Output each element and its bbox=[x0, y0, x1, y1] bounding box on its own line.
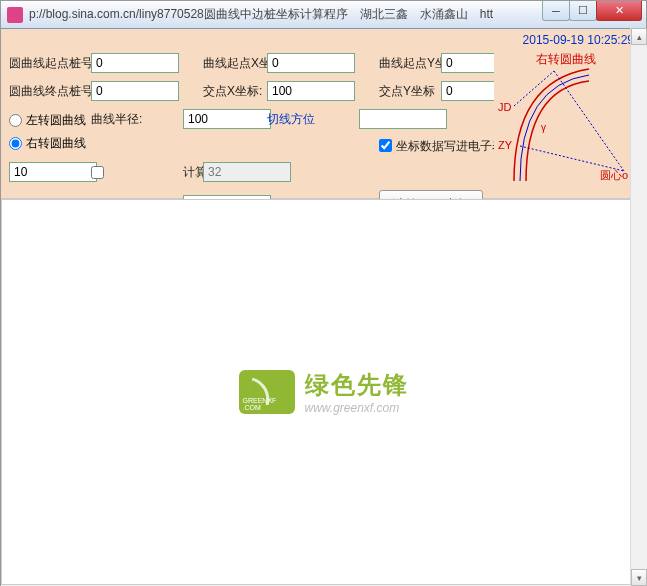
watermark-badge bbox=[239, 370, 295, 414]
watermark-en: www.greenxf.com bbox=[305, 401, 409, 415]
diagram-jd: JD bbox=[498, 101, 512, 113]
input-curve-start-y[interactable] bbox=[441, 53, 499, 73]
input-end-stake[interactable] bbox=[91, 81, 179, 101]
turn-radio-group: 左转圆曲线 右转圆曲线 bbox=[9, 112, 89, 152]
watermark: 绿色先锋 www.greenxf.com bbox=[239, 369, 409, 415]
checkbox-calc-single[interactable] bbox=[91, 166, 104, 179]
label-left-turn: 左转圆曲线 bbox=[26, 112, 86, 129]
input-intersect-x[interactable] bbox=[267, 81, 355, 101]
timestamp: 2015-09-19 10:25:29 bbox=[523, 33, 634, 47]
watermark-text: 绿色先锋 www.greenxf.com bbox=[305, 369, 409, 415]
input-curve-start-x[interactable] bbox=[267, 53, 355, 73]
input-tangent-dir[interactable] bbox=[359, 109, 447, 129]
app-icon bbox=[7, 7, 23, 23]
svg-text:γ: γ bbox=[541, 122, 546, 133]
scroll-down-arrow[interactable]: ▾ bbox=[631, 569, 647, 586]
maximize-button[interactable]: ☐ bbox=[569, 1, 597, 21]
diagram-center: 圆心o bbox=[600, 169, 628, 181]
radio-right-turn-item[interactable]: 右转圆曲线 bbox=[9, 135, 89, 152]
label-end-stake: 圆曲线终点桩号: bbox=[9, 83, 89, 100]
label-tangent-dir: 切线方位 bbox=[267, 111, 357, 128]
checkbox-write-excel[interactable] bbox=[379, 139, 392, 152]
input-radius[interactable] bbox=[183, 109, 271, 129]
diagram-svg: 右转圆曲线 JD ZY 圆心o γ bbox=[494, 51, 638, 191]
title-bar: p://blog.sina.com.cn/liny8770528圆曲线中边桩坐标… bbox=[1, 1, 646, 29]
vertical-scrollbar[interactable]: ▴ ▾ bbox=[630, 28, 647, 586]
label-calc-single: 计算单个里程坐标 bbox=[183, 167, 201, 178]
scroll-up-arrow[interactable]: ▴ bbox=[631, 28, 647, 45]
svg-line-2 bbox=[554, 71, 624, 171]
watermark-cn: 绿色先锋 bbox=[305, 369, 409, 401]
input-start-stake[interactable] bbox=[91, 53, 179, 73]
label-start-stake: 圆曲线起点桩号: bbox=[9, 55, 89, 72]
radio-right-turn[interactable] bbox=[9, 137, 22, 150]
scroll-track[interactable] bbox=[631, 45, 647, 569]
label-intersect-y: 交点Y坐标 bbox=[379, 83, 439, 100]
input-stake-dist[interactable] bbox=[9, 162, 97, 182]
minimize-button[interactable]: ─ bbox=[542, 1, 570, 21]
app-window: p://blog.sina.com.cn/liny8770528圆曲线中边桩坐标… bbox=[0, 0, 647, 586]
diagram-zy: ZY bbox=[498, 139, 513, 151]
content-area: 绿色先锋 www.greenxf.com bbox=[1, 199, 646, 585]
label-curve-start-y: 曲线起点Y坐标: bbox=[379, 55, 439, 72]
radio-left-turn-item[interactable]: 左转圆曲线 bbox=[9, 112, 89, 129]
label-intersect-x: 交点X坐标: bbox=[203, 83, 265, 100]
close-button[interactable]: ✕ bbox=[596, 1, 642, 21]
label-radius: 曲线半径: bbox=[91, 111, 181, 128]
svg-line-1 bbox=[520, 146, 624, 171]
form-panel: 2015-09-19 10:25:29 圆曲线起点桩号: 曲线起点X坐标: 曲线… bbox=[1, 29, 646, 199]
label-curve-start-x: 曲线起点X坐标: bbox=[203, 55, 265, 72]
diagram-title: 右转圆曲线 bbox=[536, 52, 596, 66]
label-right-turn: 右转圆曲线 bbox=[26, 135, 86, 152]
radio-left-turn[interactable] bbox=[9, 114, 22, 127]
input-intersect-y[interactable] bbox=[441, 81, 499, 101]
curve-diagram: 右转圆曲线 JD ZY 圆心o γ bbox=[494, 51, 638, 191]
input-single bbox=[203, 162, 291, 182]
window-controls: ─ ☐ ✕ bbox=[543, 1, 642, 21]
work-area: 2015-09-19 10:25:29 圆曲线起点桩号: 曲线起点X坐标: 曲线… bbox=[1, 29, 646, 586]
